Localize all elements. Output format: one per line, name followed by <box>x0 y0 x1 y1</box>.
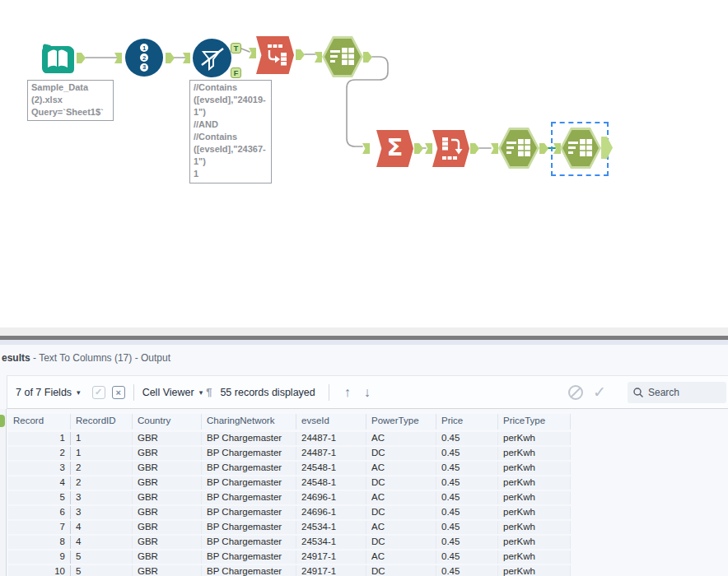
table-cell[interactable]: DC <box>366 565 436 576</box>
table-cell[interactable]: AC <box>366 521 436 534</box>
table-cell[interactable]: BP Chargemaster <box>202 491 296 504</box>
table-row[interactable]: 74GBRBP Chargemaster24534-1AC0.45perKwh <box>8 521 571 534</box>
table-cell[interactable]: 24487-1 <box>296 447 366 460</box>
column-header[interactable]: Price <box>436 414 498 430</box>
table-row[interactable]: 42GBRBP Chargemaster24548-1DC0.45perKwh <box>8 476 571 490</box>
table-cell[interactable]: perKwh <box>498 521 571 534</box>
table-cell[interactable]: 24696-1 <box>296 491 366 504</box>
table-cell[interactable]: perKwh <box>498 491 571 504</box>
column-header[interactable]: Record <box>8 414 71 430</box>
table-cell[interactable]: GBR <box>133 521 202 534</box>
table-cell[interactable]: 2 <box>8 447 71 460</box>
column-header[interactable]: evseId <box>296 414 366 430</box>
cancel-icon[interactable] <box>567 383 585 402</box>
table-cell[interactable]: 24534-1 <box>296 521 366 534</box>
close-box-button[interactable]: × <box>112 386 125 399</box>
table-cell[interactable]: BP Chargemaster <box>202 550 296 564</box>
workflow-canvas[interactable]: 1 2 3 T F <box>0 0 728 327</box>
table-cell[interactable]: 0.45 <box>436 536 498 549</box>
table-cell[interactable]: GBR <box>133 506 202 519</box>
table-cell[interactable]: perKwh <box>498 462 571 475</box>
table-cell[interactable]: AC <box>366 462 436 475</box>
table-row[interactable]: 32GBRBP Chargemaster24548-1AC0.45perKwh <box>8 462 571 475</box>
table-cell[interactable]: 24534-1 <box>296 536 366 549</box>
table-cell[interactable]: perKwh <box>498 476 571 490</box>
arrow-down-button[interactable]: ↓ <box>364 385 371 400</box>
cell-viewer-dropdown[interactable]: Cell Viewer ▾ <box>142 387 203 398</box>
table-cell[interactable]: perKwh <box>498 536 571 549</box>
transpose-tool[interactable] <box>432 130 469 167</box>
table-cell[interactable]: 1 <box>71 447 133 460</box>
table-row[interactable]: 84GBRBP Chargemaster24534-1DC0.45perKwh <box>8 536 571 549</box>
table-cell[interactable]: perKwh <box>498 432 571 445</box>
table-cell[interactable]: GBR <box>133 565 202 576</box>
table-cell[interactable]: 0.45 <box>436 432 498 445</box>
whitespace-toggle-button[interactable]: ¶ <box>206 386 212 398</box>
table-cell[interactable]: 24696-1 <box>296 506 366 519</box>
table-cell[interactable]: 3 <box>71 506 133 519</box>
filter-tool[interactable] <box>193 39 231 77</box>
filter-true-anchor[interactable]: T <box>231 43 241 53</box>
table-cell[interactable]: 8 <box>8 536 71 549</box>
table-cell[interactable]: GBR <box>133 550 202 564</box>
table-cell[interactable]: 2 <box>71 476 133 490</box>
table-cell[interactable]: 0.45 <box>436 565 498 576</box>
column-header[interactable]: RecordID <box>71 414 133 430</box>
column-header[interactable]: PowerType <box>366 414 436 430</box>
table-cell[interactable]: BP Chargemaster <box>202 521 296 534</box>
table-cell[interactable]: GBR <box>133 536 202 549</box>
results-side-strip[interactable] <box>0 409 7 576</box>
table-cell[interactable]: AC <box>366 432 436 445</box>
table-cell[interactable]: 24548-1 <box>296 476 366 490</box>
table-cell[interactable]: GBR <box>133 462 202 475</box>
table-cell[interactable]: perKwh <box>498 506 571 519</box>
table-cell[interactable]: 3 <box>71 491 133 504</box>
table-cell[interactable]: 0.45 <box>436 550 498 564</box>
table-cell[interactable]: DC <box>366 476 436 490</box>
table-row[interactable]: 63GBRBP Chargemaster24696-1DC0.45perKwh <box>8 506 571 519</box>
table-cell[interactable]: 9 <box>8 550 71 564</box>
table-cell[interactable]: BP Chargemaster <box>202 432 296 445</box>
search-box[interactable] <box>628 382 726 403</box>
table-cell[interactable]: 2 <box>71 462 133 475</box>
input-annotation[interactable]: Sample_Data (2).xlsx Query=`Sheet1$` <box>27 80 114 121</box>
table-row[interactable]: 95GBRBP Chargemaster24917-1AC0.45perKwh <box>8 550 571 564</box>
table-cell[interactable]: 0.45 <box>436 476 498 490</box>
table-cell[interactable]: perKwh <box>498 550 571 564</box>
summarize-tool[interactable]: Σ <box>376 130 413 167</box>
table-cell[interactable]: 5 <box>8 491 71 504</box>
table-cell[interactable]: DC <box>366 536 436 549</box>
table-cell[interactable]: 0.45 <box>436 491 498 504</box>
input-data-tool[interactable] <box>40 39 76 76</box>
confirm-check-icon[interactable]: ✓ <box>593 383 606 402</box>
table-cell[interactable]: BP Chargemaster <box>202 506 296 519</box>
arrow-up-button[interactable]: ↑ <box>344 385 351 400</box>
table-cell[interactable]: GBR <box>133 476 202 490</box>
column-header[interactable]: PriceType <box>498 414 571 430</box>
table-cell[interactable]: 24917-1 <box>296 550 366 564</box>
table-cell[interactable]: AC <box>366 491 436 504</box>
table-cell[interactable]: BP Chargemaster <box>202 476 296 490</box>
table-cell[interactable]: 1 <box>71 432 133 445</box>
table-cell[interactable]: 4 <box>71 521 133 534</box>
table-cell[interactable]: perKwh <box>498 565 571 576</box>
table-cell[interactable]: BP Chargemaster <box>202 565 296 576</box>
column-header[interactable]: CharingNetwork <box>202 414 296 430</box>
table-cell[interactable]: BP Chargemaster <box>202 462 296 475</box>
search-input[interactable] <box>648 387 719 398</box>
table-cell[interactable]: GBR <box>133 491 202 504</box>
apply-checkbox-button[interactable]: ✓ <box>92 386 105 399</box>
table-cell[interactable]: GBR <box>133 432 202 445</box>
column-header[interactable]: Country <box>133 414 202 430</box>
table-row[interactable]: 53GBRBP Chargemaster24696-1AC0.45perKwh <box>8 491 571 504</box>
table-cell[interactable]: 4 <box>8 476 71 490</box>
table-cell[interactable]: GBR <box>133 447 202 460</box>
table-cell[interactable]: AC <box>366 550 436 564</box>
table-cell[interactable]: 0.45 <box>436 506 498 519</box>
table-cell[interactable]: 1 <box>8 432 71 445</box>
table-cell[interactable]: 10 <box>8 565 71 576</box>
table-cell[interactable]: 5 <box>71 550 133 564</box>
table-cell[interactable]: BP Chargemaster <box>202 536 296 549</box>
table-row[interactable]: 21GBRBP Chargemaster24487-1DC0.45perKwh <box>8 447 571 460</box>
table-cell[interactable]: 3 <box>8 462 71 475</box>
